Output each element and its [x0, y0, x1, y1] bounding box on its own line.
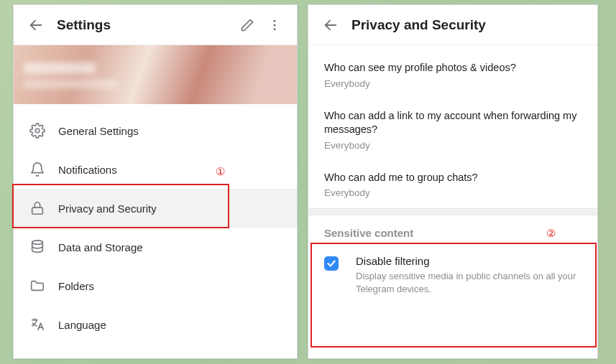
privacy-panel: Privacy and Security Who can see my prof… [308, 4, 598, 359]
disable-filtering-checkbox[interactable] [324, 256, 339, 271]
menu-item-label: Folders [58, 280, 94, 292]
check-icon [326, 258, 336, 269]
arrow-left-icon [323, 17, 339, 33]
back-button[interactable] [317, 11, 344, 39]
svg-rect-5 [32, 207, 43, 214]
menu-item-label: Data and Storage [58, 241, 143, 253]
lock-icon [29, 200, 45, 216]
folder-icon [29, 278, 45, 294]
settings-menu: General Settings Notifications Privacy a… [14, 104, 297, 344]
profile-banner[interactable] [14, 45, 297, 104]
settings-header: Settings [14, 5, 297, 45]
menu-item-label: Notifications [58, 164, 117, 176]
annotation-label-2: ② [546, 227, 556, 240]
profile-name-blur [24, 62, 96, 74]
privacy-list: Who can see my profile photos & videos? … [308, 45, 597, 208]
privacy-answer: Everybody [324, 140, 581, 151]
privacy-title: Privacy and Security [351, 17, 589, 33]
disable-filtering-label: Disable filtering [356, 255, 581, 267]
arrow-left-icon [28, 17, 44, 33]
edit-button[interactable] [234, 11, 261, 39]
annotation-label-1: ① [216, 165, 225, 178]
menu-item-label: Language [58, 319, 106, 331]
svg-point-1 [274, 19, 276, 22]
privacy-header: Privacy and Security [308, 5, 597, 45]
menu-item-general[interactable]: General Settings [14, 111, 297, 150]
svg-point-6 [32, 241, 43, 245]
database-icon [29, 239, 45, 255]
privacy-answer: Everybody [324, 78, 581, 89]
menu-item-folders[interactable]: Folders [14, 266, 297, 305]
privacy-question: Who can see my profile photos & videos? [324, 61, 581, 75]
gear-icon [29, 123, 45, 139]
privacy-question: Who can add a link to my account when fo… [324, 109, 581, 137]
menu-item-label: Privacy and Security [58, 202, 157, 215]
settings-title: Settings [57, 17, 234, 33]
more-vertical-icon [267, 18, 282, 32]
svg-point-2 [274, 24, 276, 26]
privacy-item-groups[interactable]: Who can add me to group chats? Everybody [308, 161, 597, 209]
settings-panel: Settings General Settings Notifications … [13, 4, 298, 359]
menu-item-language[interactable]: Language [14, 305, 297, 344]
pencil-icon [240, 18, 254, 32]
more-button[interactable] [261, 11, 288, 39]
menu-item-data-storage[interactable]: Data and Storage [14, 228, 297, 266]
svg-point-3 [274, 28, 276, 30]
privacy-answer: Everybody [324, 187, 581, 198]
disable-filtering-row[interactable]: Disable filtering Display sensitive medi… [308, 243, 597, 307]
privacy-question: Who can add me to group chats? [324, 171, 581, 185]
bell-icon [29, 162, 45, 177]
profile-sub-blur [24, 80, 117, 88]
menu-item-notifications[interactable]: Notifications [14, 150, 297, 189]
section-divider [308, 208, 597, 215]
language-icon [29, 317, 45, 332]
privacy-item-photos[interactable]: Who can see my profile photos & videos? … [308, 51, 597, 99]
menu-item-label: General Settings [58, 125, 139, 137]
back-button[interactable] [22, 11, 50, 39]
privacy-item-forward-link[interactable]: Who can add a link to my account when fo… [308, 99, 597, 161]
disable-filtering-sub: Display sensitive media in public channe… [356, 270, 581, 295]
svg-point-4 [35, 129, 40, 133]
menu-item-privacy[interactable]: Privacy and Security [14, 189, 297, 228]
